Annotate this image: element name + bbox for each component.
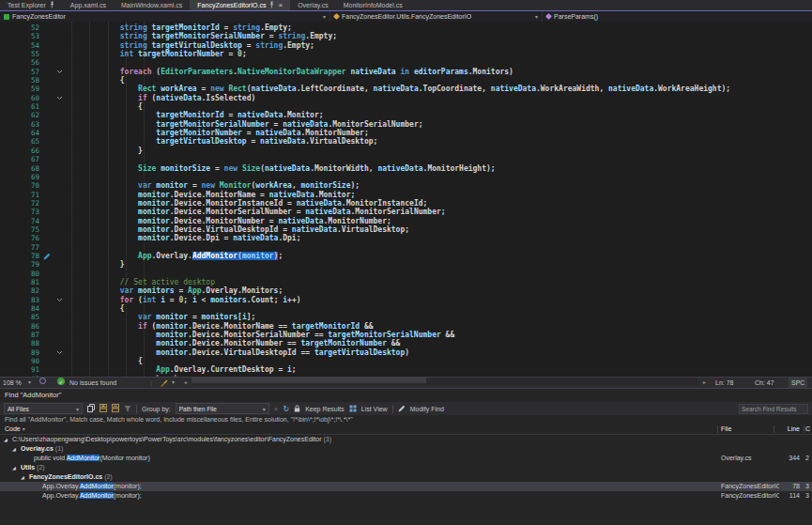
expand-all-icon[interactable] xyxy=(100,404,107,413)
tree-expander-icon[interactable]: ◢ xyxy=(4,435,8,444)
code-line[interactable]: 53 string targetMonitorSerialNumber = st… xyxy=(0,32,812,40)
code-line[interactable]: 78 App.Overlay.AddMonitor(monitor); xyxy=(0,252,812,260)
fold-chevron-icon[interactable] xyxy=(53,348,66,357)
code-line[interactable]: 60 if (nativeData.IsSelected) xyxy=(0,94,812,102)
code-line[interactable]: 87 monitor.Device.MonitorSerialNumber ==… xyxy=(0,331,812,339)
code-line[interactable]: 86 if (monitor.Device.MonitorName == tar… xyxy=(0,322,812,331)
tab-test-explorer[interactable]: Test Explorer xyxy=(0,0,63,10)
column-separator[interactable] xyxy=(717,425,718,433)
code-line[interactable]: 66 } xyxy=(0,147,812,155)
gutter-spacer xyxy=(41,199,53,208)
code-line[interactable]: 80 xyxy=(0,270,812,278)
pin-icon[interactable] xyxy=(268,1,275,9)
tab-fancyzoneseditorio-cs[interactable]: FancyZonesEditorIO.cs× xyxy=(190,0,290,10)
code-line[interactable]: 62 targetMonitorId = nativeData.Monitor; xyxy=(0,111,812,119)
tab-mainwindow-xaml-cs[interactable]: MainWindow.xaml.cs xyxy=(114,0,190,10)
column-separator[interactable] xyxy=(774,425,774,433)
scroll-left-icon[interactable]: ◄ xyxy=(183,378,188,388)
code-line[interactable]: 65 targetVirtualDesktop = nativeData.Vir… xyxy=(0,137,812,146)
tab-overlay-cs[interactable]: Overlay.cs xyxy=(290,0,336,10)
code-line[interactable]: 59 Rect workArea = new Rect(nativeData.L… xyxy=(0,85,812,93)
code-line[interactable]: 72 monitor.Device.MonitorInstanceId = na… xyxy=(0,199,812,208)
code-line[interactable]: 74 monitor.Device.MonitorNumber = native… xyxy=(0,217,812,225)
code-line[interactable]: 79 } xyxy=(0,260,812,269)
scrollbar-thumb[interactable] xyxy=(192,378,426,383)
code-line[interactable]: 69 xyxy=(0,173,812,181)
column-header-file[interactable]: File xyxy=(721,425,731,434)
code-line[interactable]: 75 monitor.Device.VirtualDesktopId = nat… xyxy=(0,225,812,234)
code-editor[interactable]: 52 string targetMonitorId = string.Empty… xyxy=(0,22,812,377)
code-line[interactable]: 83 for (int i = 0; i < monitors.Count; i… xyxy=(0,296,812,304)
close-icon[interactable]: × xyxy=(278,2,283,9)
method-icon xyxy=(545,13,552,20)
find-result-row[interactable]: App.Overlay.AddMonitor(monitor);FancyZon… xyxy=(0,491,812,501)
group-by-dropdown[interactable]: Path then File ▾ xyxy=(176,403,269,414)
project-dropdown[interactable]: FancyZonesEditor ▾ xyxy=(0,11,330,22)
code-line[interactable]: 91 App.Overlay.CurrentDesktop = i; xyxy=(0,365,812,374)
document-health-icon[interactable] xyxy=(39,378,46,384)
code-line[interactable]: 58 { xyxy=(0,76,812,85)
code-line[interactable]: 61 { xyxy=(0,102,812,111)
tab-app-xaml-cs[interactable]: App.xaml.cs xyxy=(63,0,114,10)
tree-expander-icon[interactable]: ◢ xyxy=(21,472,24,482)
horizontal-scrollbar[interactable] xyxy=(192,378,698,385)
code-line[interactable]: 82 var monitors = App.Overlay.Monitors; xyxy=(0,286,812,295)
column-separator[interactable] xyxy=(804,425,804,433)
code-line[interactable]: 67 xyxy=(0,155,812,163)
code-line[interactable]: 77 xyxy=(0,243,812,252)
tree-expander-icon[interactable]: ◢ xyxy=(12,463,16,472)
code-line[interactable]: 70 var monitor = new Monitor(workArea, m… xyxy=(0,181,812,190)
find-result-row[interactable]: ◢C:\Users\zhaopengwang\Desktop\powertoys… xyxy=(0,435,812,444)
clear-results-icon[interactable]: × xyxy=(274,405,279,413)
type-dropdown[interactable]: FancyZonesEditor.Utils.FancyZonesEditorI… xyxy=(330,11,543,22)
find-result-row[interactable]: ◢FancyZonesEditorIO.cs (2) xyxy=(0,472,812,482)
keep-results-button[interactable]: Keep Results xyxy=(305,406,345,412)
list-view-button[interactable]: List View xyxy=(361,406,388,412)
code-line[interactable]: 52 string targetMonitorId = string.Empty… xyxy=(0,23,812,32)
member-dropdown[interactable]: ParseParams() xyxy=(543,11,812,22)
code-line[interactable]: 57 foreach (EditorParameters.NativeMonit… xyxy=(0,68,812,76)
code-line[interactable]: 68 Size monitorSize = new Size(nativeDat… xyxy=(0,164,812,173)
find-result-row[interactable]: App.Overlay.AddMonitor(monitor);FancyZon… xyxy=(0,482,812,491)
repeat-find-icon[interactable]: ↻ xyxy=(283,405,289,413)
health-status-label[interactable]: No issues found xyxy=(69,378,116,388)
code-line[interactable]: 76 monitor.Device.Dpi = nativeData.Dpi; xyxy=(0,234,812,242)
fold-chevron-icon[interactable] xyxy=(53,68,66,76)
fold-chevron-icon[interactable] xyxy=(53,296,66,304)
find-result-row[interactable]: ◢Utils (2) xyxy=(0,463,812,472)
cleanup-dropdown-icon[interactable]: ▾ xyxy=(172,378,175,388)
whitespace-mode-indicator[interactable]: SPC xyxy=(789,378,807,388)
code-line[interactable]: 64 targetMonitorNumber = nativeData.Moni… xyxy=(0,129,812,137)
column-header-col[interactable]: C xyxy=(805,425,810,434)
code-line[interactable]: 73 monitor.Device.MonitorSerialNumber = … xyxy=(0,208,812,216)
modify-find-button[interactable]: Modify Find xyxy=(410,406,444,412)
code-line[interactable]: 85 var monitor = monitors[i]; xyxy=(0,313,812,321)
code-line[interactable]: 90 { xyxy=(0,357,812,365)
zoom-dropdown-icon[interactable]: ▾ xyxy=(28,378,31,388)
code-line[interactable]: 88 monitor.Device.MonitorNumber == targe… xyxy=(0,339,812,347)
code-line[interactable]: 84 { xyxy=(0,304,812,313)
files-filter-dropdown[interactable]: All Files ▾ xyxy=(4,403,83,414)
tab-monitorinfomodel-cs[interactable]: MonitorInfoModel.cs xyxy=(336,0,410,10)
find-result-row[interactable]: ◢Overlay.cs (1) xyxy=(0,444,812,454)
line-number: 88 xyxy=(0,339,41,347)
tree-expander-icon[interactable]: ◢ xyxy=(12,444,16,454)
find-result-row[interactable]: public void AddMonitor(Monitor monitor)O… xyxy=(0,454,812,463)
code-line[interactable]: 89 monitor.Device.VirtualDesktopId == ta… xyxy=(0,348,812,357)
pin-icon[interactable] xyxy=(49,1,55,9)
scroll-right-icon[interactable]: ► xyxy=(702,378,707,388)
copy-icon[interactable] xyxy=(87,404,95,413)
filter-icon[interactable] xyxy=(124,405,131,413)
column-header-line[interactable]: Line xyxy=(777,425,800,434)
code-line[interactable]: 63 targetMonitorSerialNumber = nativeDat… xyxy=(0,120,812,129)
column-header-code[interactable]: Code ▾ xyxy=(0,425,25,432)
zoom-level[interactable]: 108 % xyxy=(3,378,22,388)
code-line[interactable]: 81 // Set active desktop xyxy=(0,278,812,286)
code-line[interactable]: 56 xyxy=(0,58,812,67)
code-line[interactable]: 71 monitor.Device.MonitorName = nativeDa… xyxy=(0,191,812,199)
code-line[interactable]: 54 string targetVirtualDesktop = string.… xyxy=(0,41,812,50)
fold-chevron-icon[interactable] xyxy=(53,94,66,102)
collapse-all-icon[interactable] xyxy=(112,404,119,413)
search-find-results-input[interactable] xyxy=(739,404,808,414)
code-line[interactable]: 55 int targetMonitorNumber = 0; xyxy=(0,50,812,58)
